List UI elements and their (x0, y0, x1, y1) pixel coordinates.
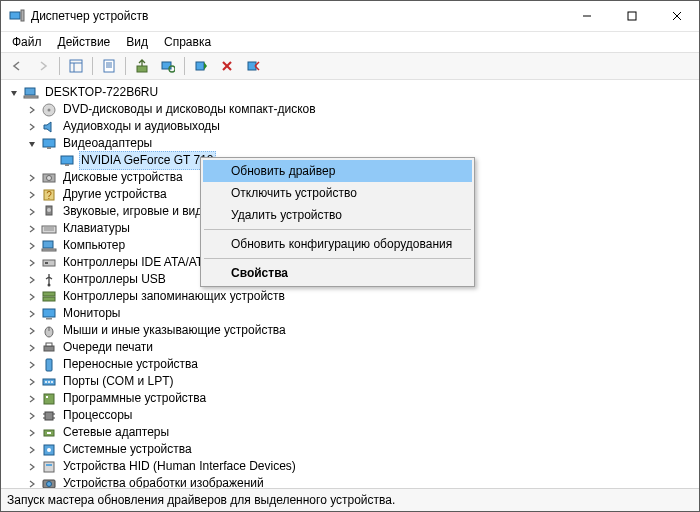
expand-icon[interactable] (25, 222, 39, 236)
hid-icon (41, 459, 57, 475)
tree-node[interactable]: DVD-дисководы и дисководы компакт-дисков (5, 101, 699, 118)
svg-rect-44 (43, 309, 55, 317)
node-label: Контроллеры IDE ATA/AT (61, 254, 205, 271)
toolbar (1, 52, 699, 80)
expand-icon[interactable] (25, 426, 39, 440)
tree-node[interactable]: Устройства HID (Human Interface Devices) (5, 458, 699, 475)
sound-icon (41, 204, 57, 220)
monitor-icon (41, 306, 57, 322)
node-label: Звуковые, игровые и виде (61, 203, 211, 220)
tree-node[interactable]: Процессоры (5, 407, 699, 424)
disable-device-button[interactable] (241, 54, 265, 78)
svg-rect-67 (46, 464, 52, 466)
ctx-scan-hardware[interactable]: Обновить конфигурацию оборудования (203, 233, 472, 255)
port-icon (41, 374, 57, 390)
ctx-disable-device[interactable]: Отключить устройство (203, 182, 472, 204)
drive-icon (41, 170, 57, 186)
node-label: NVIDIA GeForce GT 710 (79, 151, 216, 170)
expand-icon[interactable] (25, 188, 39, 202)
minimize-button[interactable] (564, 2, 609, 31)
portable-icon (41, 357, 57, 373)
mouse-icon (41, 323, 57, 339)
tree-node[interactable]: Аудиовходы и аудиовыходы (5, 118, 699, 135)
disc-icon (41, 102, 57, 118)
expand-icon[interactable] (25, 239, 39, 253)
node-label: Видеоадаптеры (61, 135, 154, 152)
expand-icon[interactable] (25, 307, 39, 321)
enable-device-button[interactable] (189, 54, 213, 78)
collapse-icon[interactable] (7, 86, 21, 100)
tree-node[interactable]: Мониторы (5, 305, 699, 322)
close-button[interactable] (654, 2, 699, 31)
expand-icon[interactable] (25, 392, 39, 406)
node-label: Аудиовходы и аудиовыходы (61, 118, 222, 135)
expand-icon[interactable] (25, 256, 39, 270)
separator (184, 57, 185, 75)
expand-icon[interactable] (25, 290, 39, 304)
svg-rect-13 (137, 66, 147, 72)
titlebar: Диспетчер устройств (1, 1, 699, 32)
tree-node[interactable]: Мыши и иные указывающие устройства (5, 322, 699, 339)
tree-node[interactable]: Переносные устройства (5, 356, 699, 373)
expand-icon[interactable] (25, 120, 39, 134)
forward-button[interactable] (31, 54, 55, 78)
svg-rect-0 (10, 12, 20, 19)
menu-help[interactable]: Справка (157, 33, 218, 51)
node-label: Процессоры (61, 407, 135, 424)
node-label: Системные устройства (61, 441, 194, 458)
svg-rect-48 (44, 346, 54, 351)
uninstall-device-button[interactable] (215, 54, 239, 78)
update-driver-button[interactable] (130, 54, 154, 78)
node-label: Очереди печати (61, 339, 155, 356)
collapse-icon[interactable] (25, 137, 39, 151)
tree-node[interactable]: DESKTOP-722B6RU (5, 84, 699, 101)
expand-icon[interactable] (25, 341, 39, 355)
tree-node[interactable]: Очереди печати (5, 339, 699, 356)
ctx-uninstall-device[interactable]: Удалить устройство (203, 204, 472, 226)
computer-icon (41, 238, 57, 254)
expand-icon[interactable] (25, 103, 39, 117)
tree-node[interactable]: Системные устройства (5, 441, 699, 458)
ctx-properties[interactable]: Свойства (203, 262, 472, 284)
separator (59, 57, 60, 75)
expand-icon[interactable] (25, 375, 39, 389)
computer-icon (23, 85, 39, 101)
svg-point-52 (45, 381, 47, 383)
expand-icon[interactable] (25, 205, 39, 219)
scan-hardware-button[interactable] (156, 54, 180, 78)
expand-icon[interactable] (25, 273, 39, 287)
tree-node[interactable]: Программные устройства (5, 390, 699, 407)
tree-node[interactable]: Видеоадаптеры (5, 135, 699, 152)
svg-rect-50 (46, 359, 52, 371)
menu-view[interactable]: Вид (119, 33, 155, 51)
expand-icon[interactable] (25, 358, 39, 372)
separator (92, 57, 93, 75)
node-label: Мониторы (61, 305, 122, 322)
svg-rect-66 (44, 462, 54, 472)
status-text: Запуск мастера обновления драйверов для … (7, 493, 395, 507)
show-hide-tree-button[interactable] (64, 54, 88, 78)
tree-node[interactable]: Устройства обработки изображений (5, 475, 699, 488)
node-label: Клавиатуры (61, 220, 132, 237)
tree-node[interactable]: Контроллеры запоминающих устройств (5, 288, 699, 305)
svg-rect-56 (46, 396, 48, 398)
tree-node[interactable]: Сетевые адаптеры (5, 424, 699, 441)
svg-rect-42 (43, 292, 55, 296)
expand-icon[interactable] (25, 171, 39, 185)
expand-icon[interactable] (25, 460, 39, 474)
menu-file[interactable]: Файл (5, 33, 49, 51)
expand-icon[interactable] (25, 409, 39, 423)
expand-icon[interactable] (25, 443, 39, 457)
expand-icon[interactable] (25, 324, 39, 338)
properties-button[interactable] (97, 54, 121, 78)
svg-rect-38 (42, 249, 56, 251)
svg-rect-3 (628, 12, 636, 20)
maximize-button[interactable] (609, 2, 654, 31)
expand-icon[interactable] (25, 477, 39, 489)
menu-action[interactable]: Действие (51, 33, 118, 51)
tree-node[interactable]: Порты (COM и LPT) (5, 373, 699, 390)
back-button[interactable] (5, 54, 29, 78)
node-label: Контроллеры запоминающих устройств (61, 288, 287, 305)
svg-point-53 (48, 381, 50, 383)
ctx-update-driver[interactable]: Обновить драйвер (203, 160, 472, 182)
